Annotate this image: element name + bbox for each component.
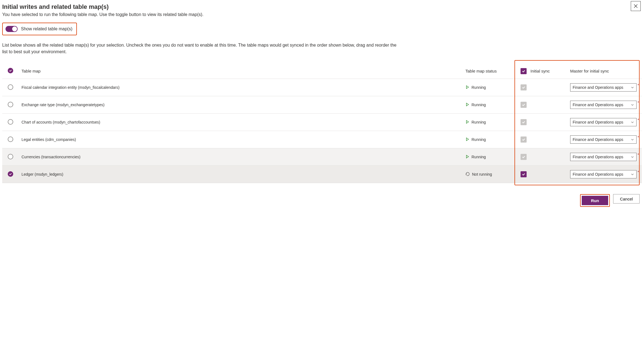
row-radio[interactable]	[8, 136, 13, 142]
run-button[interactable]: Run	[582, 196, 608, 205]
table-maps-table: Table map Table map status Initial sync …	[2, 63, 642, 183]
row-name: Chart of accounts (msdyn_chartofaccounts…	[19, 114, 463, 131]
table-row[interactable]: Chart of accounts (msdyn_chartofaccounts…	[2, 114, 642, 131]
master-dropdown[interactable]: Finance and Operations apps	[570, 118, 637, 126]
initial-sync-checkbox	[521, 102, 527, 108]
chevron-down-icon	[631, 103, 634, 106]
initial-sync-checkbox[interactable]	[521, 171, 527, 177]
running-icon	[465, 137, 469, 142]
row-radio[interactable]	[8, 84, 13, 90]
dialog-title: Initial writes and related table map(s)	[2, 3, 642, 10]
master-dropdown[interactable]: Finance and Operations apps	[570, 83, 637, 92]
initial-sync-checkbox	[521, 136, 527, 143]
toggle-label: Show related table map(s)	[21, 26, 72, 31]
table-row[interactable]: Currencies (transactioncurrencies)Runnin…	[2, 148, 642, 166]
initial-sync-checkbox	[521, 119, 527, 125]
table-header-row: Table map Table map status Initial sync …	[2, 63, 642, 79]
required-asterisk: *	[638, 101, 639, 105]
running-icon	[465, 120, 469, 125]
master-dropdown-label: Finance and Operations apps	[573, 120, 623, 124]
table-wrapper: Table map Table map status Initial sync …	[2, 63, 642, 183]
table-row[interactable]: Legal entities (cdm_companies)RunningFin…	[2, 131, 642, 148]
row-name: Ledger (msdyn_ledgers)	[19, 166, 463, 183]
close-button[interactable]	[631, 1, 641, 11]
master-dropdown[interactable]: Finance and Operations apps	[570, 135, 637, 144]
cancel-button[interactable]: Cancel	[613, 194, 640, 204]
running-icon	[465, 155, 469, 159]
show-related-toggle-group: Show related table map(s)	[2, 23, 77, 35]
dialog-footer: Run Cancel	[2, 183, 642, 207]
dialog-description: List below shows all the related table m…	[2, 42, 399, 55]
col-header-name[interactable]: Table map	[19, 63, 463, 79]
initial-sync-checkbox	[521, 84, 527, 90]
chevron-down-icon	[631, 173, 634, 176]
close-icon	[634, 4, 638, 8]
master-dropdown[interactable]: Finance and Operations apps	[570, 153, 637, 161]
master-dropdown-label: Finance and Operations apps	[573, 155, 623, 159]
table-row[interactable]: Fiscal calendar integration entity (msdy…	[2, 79, 642, 96]
annotation-highlight-run: Run	[580, 194, 610, 207]
required-asterisk: *	[638, 135, 639, 139]
initial-writes-dialog: Initial writes and related table map(s) …	[0, 0, 644, 212]
status-text: Running	[471, 137, 486, 142]
status-text: Running	[471, 103, 486, 107]
master-dropdown-label: Finance and Operations apps	[573, 85, 623, 90]
toggle-knob	[12, 26, 17, 31]
chevron-down-icon	[631, 155, 634, 159]
status-text: Running	[471, 155, 486, 159]
master-dropdown-label: Finance and Operations apps	[573, 103, 623, 107]
row-name: Currencies (transactioncurrencies)	[19, 148, 463, 166]
running-icon	[465, 103, 469, 107]
chevron-down-icon	[631, 138, 634, 141]
required-asterisk: *	[638, 153, 639, 157]
required-asterisk: *	[638, 83, 639, 87]
table-row[interactable]: Ledger (msdyn_ledgers)Not runningFinance…	[2, 166, 642, 183]
required-asterisk: *	[638, 118, 639, 122]
col-header-initial-sync[interactable]: Initial sync	[530, 69, 550, 73]
master-dropdown[interactable]: Finance and Operations apps	[570, 170, 637, 178]
dialog-subtitle: You have selected to run the following t…	[2, 12, 642, 17]
chevron-down-icon	[631, 121, 634, 124]
status-text: Not running	[472, 172, 492, 176]
status-text: Running	[471, 85, 486, 90]
row-radio[interactable]	[8, 102, 13, 107]
col-header-master[interactable]: Master for initial sync	[567, 63, 642, 79]
row-radio[interactable]	[8, 171, 13, 177]
row-name: Exchange rate type (msdyn_exchangeratety…	[19, 96, 463, 114]
master-dropdown-label: Finance and Operations apps	[573, 172, 623, 176]
initial-sync-checkbox	[521, 154, 527, 160]
row-radio[interactable]	[8, 154, 13, 159]
table-row[interactable]: Exchange rate type (msdyn_exchangeratety…	[2, 96, 642, 114]
status-text: Running	[471, 120, 486, 124]
row-name: Legal entities (cdm_companies)	[19, 131, 463, 148]
select-all-radio[interactable]	[8, 68, 13, 73]
col-header-status[interactable]: Table map status	[463, 63, 518, 79]
master-dropdown[interactable]: Finance and Operations apps	[570, 101, 637, 109]
chevron-down-icon	[631, 86, 634, 89]
master-dropdown-label: Finance and Operations apps	[573, 137, 623, 142]
show-related-toggle[interactable]	[6, 26, 18, 32]
row-name: Fiscal calendar integration entity (msdy…	[19, 79, 463, 96]
row-radio[interactable]	[8, 119, 13, 125]
running-icon	[465, 85, 469, 90]
not-running-icon	[465, 172, 470, 177]
required-asterisk: *	[638, 170, 639, 174]
initial-sync-header-checkbox[interactable]	[521, 68, 527, 74]
